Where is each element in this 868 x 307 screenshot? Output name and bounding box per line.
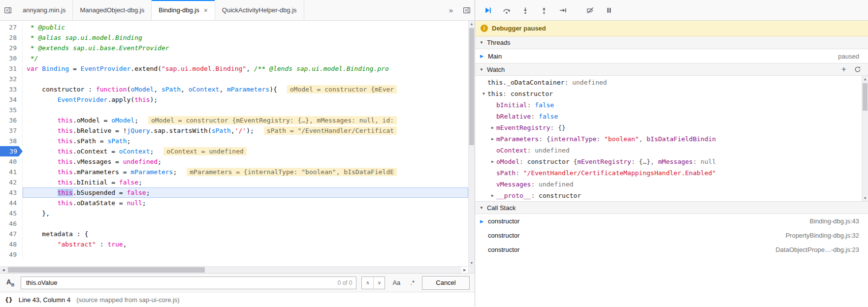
line-number[interactable]: 34: [0, 94, 23, 105]
horizontal-scrollbar-thumb[interactable]: [8, 267, 205, 273]
chevron-right-icon[interactable]: ▶: [489, 137, 496, 141]
stack-frame[interactable]: ▶constructorBinding-dbg.js:43: [475, 214, 868, 228]
watch-row[interactable]: ▶mEventRegistry: {}: [475, 122, 861, 133]
line-number[interactable]: 42: [0, 177, 23, 187]
line-number[interactable]: 49: [0, 249, 23, 260]
line-number[interactable]: 32: [0, 74, 23, 84]
tab-annyang.min.js[interactable]: annyang.min.js: [16, 0, 73, 20]
stack-frame[interactable]: constructorDataObjectPrope…-dbg.js:23: [475, 243, 868, 257]
line-number[interactable]: 27: [0, 22, 23, 32]
line-number[interactable]: 43: [0, 187, 23, 198]
code-text[interactable]: this.bRelative = !jQuery.sap.startsWith(…: [23, 125, 468, 136]
pause-on-exceptions-button[interactable]: [600, 2, 618, 18]
watch-row[interactable]: ▶__proto__: constructor: [475, 190, 861, 201]
next-match-button[interactable]: ∨: [373, 277, 385, 289]
pretty-print-button[interactable]: {}: [5, 296, 13, 304]
line-number[interactable]: 44: [0, 198, 23, 208]
line-number[interactable]: 35: [0, 105, 23, 115]
resume-button[interactable]: [479, 2, 497, 18]
scroll-right-icon[interactable]: ▶: [461, 267, 468, 273]
code-text[interactable]: metadata : {: [23, 229, 468, 239]
find-input[interactable]: [25, 278, 337, 287]
thread-row[interactable]: ▶Mainpaused: [475, 49, 868, 63]
code-text[interactable]: [23, 218, 468, 229]
tab-QuickActivityHelper-dbg.js[interactable]: QuickActivityHelper-dbg.js: [215, 0, 304, 20]
line-number[interactable]: 28: [0, 32, 23, 43]
code-text[interactable]: EventProvider.apply(this);: [23, 94, 468, 105]
stack-frame[interactable]: constructorPropertyBinding-dbg.js:32: [475, 228, 868, 243]
line-number[interactable]: 33: [0, 84, 23, 94]
tab-Binding-dbg.js[interactable]: Binding-dbg.js×: [152, 0, 215, 20]
scroll-up-icon[interactable]: ▲: [469, 21, 475, 27]
code-text[interactable]: },: [23, 208, 468, 218]
callstack-header[interactable]: ▼ Call Stack: [475, 201, 868, 214]
code-text[interactable]: this.oContext = oContext;oContext = unde…: [23, 146, 468, 156]
code-text[interactable]: [23, 105, 468, 115]
tab-ManagedObject-dbg.js[interactable]: ManagedObject-dbg.js: [73, 0, 152, 20]
code-text[interactable]: this.sPath = sPath;: [23, 136, 468, 146]
watch-row[interactable]: bRelative: false: [475, 111, 861, 122]
watch-row[interactable]: sPath: "/EventHandler/CertificateMapping…: [475, 167, 861, 179]
watch-row[interactable]: ▶mParameters: {internalType: "boolean", …: [475, 133, 861, 145]
code-text[interactable]: constructor : function(oModel, sPath, oC…: [23, 84, 468, 94]
line-number[interactable]: 47: [0, 229, 23, 239]
step-out-button[interactable]: [535, 2, 553, 18]
watch-row[interactable]: this._oDataContainer: undefined: [475, 77, 861, 88]
code-text[interactable]: * @public: [23, 22, 468, 32]
disable-breakpoints-button[interactable]: [581, 2, 599, 18]
line-number[interactable]: 45: [0, 208, 23, 218]
previous-match-button[interactable]: ∧: [362, 277, 373, 289]
close-icon[interactable]: ×: [204, 6, 208, 14]
scroll-down-icon[interactable]: ▼: [862, 195, 868, 201]
line-number[interactable]: 29: [0, 43, 23, 53]
code-text[interactable]: this.oDataState = null;: [23, 198, 468, 208]
chevron-right-icon[interactable]: ▶: [489, 193, 496, 198]
watch-row[interactable]: ▼this: constructor: [475, 88, 861, 99]
breakpoint-marker[interactable]: 39: [0, 146, 23, 156]
watch-row[interactable]: ▶oModel: constructor {mEventRegistry: {……: [475, 156, 861, 167]
step-in-button[interactable]: [516, 2, 534, 18]
chevron-right-icon[interactable]: ▶: [489, 159, 496, 164]
fast-forward-button[interactable]: [554, 2, 572, 18]
collapse-panes-icon[interactable]: [0, 0, 16, 20]
line-number[interactable]: 36: [0, 115, 23, 125]
code-text[interactable]: this.vMessages = undefined;: [23, 156, 468, 167]
code-text[interactable]: this.mParameters = mParameters;mParamete…: [23, 167, 468, 177]
cancel-button[interactable]: Cancel: [422, 276, 470, 290]
add-watch-button[interactable]: +: [838, 63, 850, 75]
code-text[interactable]: var Binding = EventProvider.extend("sap.…: [23, 63, 468, 74]
code-text[interactable]: * @alias sap.ui.model.Binding: [23, 32, 468, 43]
horizontal-scrollbar[interactable]: ◀ ▶: [0, 267, 468, 273]
code-text[interactable]: * @extends sap.ui.base.EventProvider: [23, 43, 468, 53]
watch-row[interactable]: bInitial: false: [475, 99, 861, 111]
threads-header[interactable]: ▼ Threads: [475, 36, 868, 49]
watch-row[interactable]: oContext: undefined: [475, 145, 861, 156]
watch-scrollbar-thumb[interactable]: [863, 83, 868, 111]
scroll-left-icon[interactable]: ◀: [0, 267, 7, 273]
line-number[interactable]: 37: [0, 125, 23, 136]
watch-row[interactable]: vMessages: undefined: [475, 179, 861, 190]
more-tabs-button[interactable]: »: [443, 0, 459, 20]
code-text[interactable]: "abstract" : true,: [23, 239, 468, 249]
vertical-scrollbar-thumb[interactable]: [469, 28, 474, 145]
chevron-down-icon[interactable]: ▼: [480, 92, 487, 96]
line-number[interactable]: 41: [0, 167, 23, 177]
line-number[interactable]: 30: [0, 53, 23, 63]
watch-header[interactable]: ▼ Watch +: [475, 63, 868, 76]
chevron-right-icon[interactable]: ▶: [489, 125, 496, 130]
watch-scrollbar[interactable]: ▲ ▼: [862, 76, 868, 201]
line-number[interactable]: 48: [0, 239, 23, 249]
line-number[interactable]: 38: [0, 136, 23, 146]
regex-button[interactable]: .*: [408, 279, 417, 286]
match-case-button[interactable]: Aa: [390, 279, 403, 286]
line-number[interactable]: 31: [0, 63, 23, 74]
step-over-button[interactable]: [498, 2, 515, 18]
scroll-up-icon[interactable]: ▲: [862, 76, 868, 82]
code-text[interactable]: [23, 74, 468, 84]
expand-panes-icon[interactable]: [459, 0, 475, 20]
line-number[interactable]: 46: [0, 218, 23, 229]
code-editor[interactable]: 27 * @public28 * @alias sap.ui.model.Bin…: [0, 21, 475, 266]
code-text[interactable]: this.bSuspended = false;: [23, 187, 468, 198]
code-text[interactable]: */: [23, 53, 468, 63]
code-text[interactable]: [23, 249, 468, 260]
